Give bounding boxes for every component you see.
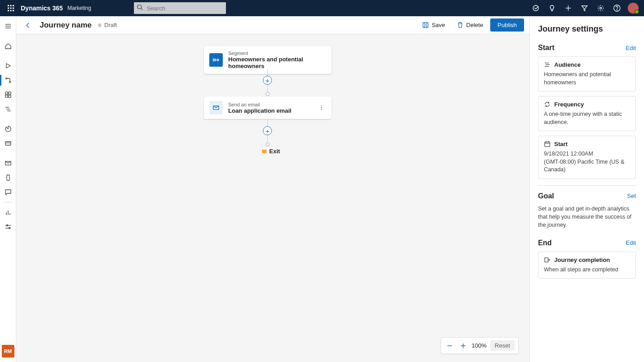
segment-title: Homeowners and potential homeowners [228, 56, 326, 69]
app-subtitle: Marketing [67, 5, 91, 11]
add-step-button[interactable]: + [263, 76, 272, 85]
rail-bars-icon[interactable] [0, 205, 16, 220]
svg-point-21 [5, 78, 7, 79]
completion-card[interactable]: Journey completion When all steps are co… [538, 252, 636, 279]
rail-flow-icon[interactable] [0, 102, 16, 116]
svg-line-10 [141, 9, 143, 10]
end-heading: End [538, 239, 552, 247]
svg-rect-3 [8, 8, 9, 9]
frequency-value: A one-time journey with a static audienc… [544, 110, 630, 126]
svg-point-9 [138, 5, 142, 9]
svg-rect-33 [7, 175, 9, 180]
panel-title: Journey settings [538, 24, 636, 34]
zoom-control: 100% Reset [441, 337, 519, 354]
svg-rect-58 [545, 258, 548, 262]
email-title: Loan application email [228, 107, 291, 114]
journey-canvas[interactable]: Segment Homeowners and potential homeown… [16, 34, 529, 362]
rail-chart-icon[interactable] [0, 122, 16, 136]
email-type: Send an email [228, 102, 291, 107]
completion-label: Journey completion [554, 257, 610, 263]
svg-point-22 [9, 82, 10, 83]
svg-rect-4 [10, 8, 12, 9]
command-bar: Journey name Draft Save Delete Publish [16, 16, 529, 34]
rail-journey-icon[interactable] [0, 73, 16, 87]
publish-button[interactable]: Publish [490, 18, 524, 32]
svg-rect-26 [9, 95, 11, 97]
rail-home-icon[interactable] [0, 39, 16, 53]
email-node[interactable]: Send an email Loan application email [204, 96, 331, 119]
back-button[interactable] [22, 19, 34, 32]
rail-menu-icon[interactable] [0, 19, 16, 33]
svg-point-46 [321, 107, 322, 108]
zoom-in-button[interactable] [458, 341, 468, 351]
rail-app-switcher[interactable]: RM [2, 345, 14, 357]
svg-rect-6 [8, 10, 9, 11]
svg-rect-42 [213, 59, 215, 61]
settings-panel: Journey settings Start Edit Audience Hom… [530, 16, 644, 362]
add-icon[interactable] [561, 0, 575, 16]
zoom-reset-button[interactable]: Reset [490, 340, 515, 351]
add-step-button-2[interactable]: + [263, 126, 272, 135]
completion-value: When all steps are completed [544, 266, 630, 274]
start-value-1: 9/18/2021 12:00AM [544, 150, 630, 158]
filter-icon[interactable] [577, 0, 592, 16]
svg-rect-0 [8, 5, 9, 6]
audience-card[interactable]: Audience Homeowners and potential homeow… [538, 56, 636, 92]
save-button[interactable]: Save [418, 19, 450, 31]
segment-icon [209, 53, 223, 67]
lightbulb-icon[interactable] [545, 0, 559, 16]
svg-rect-2 [13, 5, 14, 6]
app-name: Dynamics 365 [21, 5, 63, 12]
svg-point-15 [600, 7, 602, 9]
rail-device-icon[interactable] [0, 170, 16, 185]
user-avatar[interactable] [628, 3, 639, 14]
svg-point-11 [533, 5, 538, 11]
svg-rect-8 [13, 10, 14, 11]
flag-icon [262, 150, 267, 153]
app-launcher-icon[interactable] [4, 0, 18, 16]
settings-icon[interactable] [593, 0, 608, 16]
rail-play-icon[interactable] [0, 59, 16, 73]
rail-sliders-icon[interactable] [0, 220, 16, 234]
rail-chat-icon[interactable] [0, 185, 16, 199]
top-bar: Dynamics 365 Marketing [0, 0, 644, 16]
frequency-card[interactable]: Frequency A one-time journey with a stat… [538, 96, 636, 131]
goal-set-link[interactable]: Set [627, 192, 636, 199]
audience-value: Homeowners and potential homeowners [544, 71, 630, 87]
search-icon [137, 4, 143, 12]
rail-grid-icon[interactable] [0, 87, 16, 102]
goal-heading: Goal [538, 192, 554, 200]
help-icon[interactable] [610, 0, 624, 16]
rail-card-icon[interactable] [0, 136, 16, 151]
zoom-out-button[interactable] [445, 341, 455, 351]
exit-label: Exit [269, 148, 280, 155]
delete-label: Delete [466, 22, 483, 28]
node-more-icon[interactable] [317, 103, 326, 112]
page-title: Journey name [40, 21, 92, 30]
start-card[interactable]: Start 9/18/2021 12:00AM (GMT-08:00) Paci… [538, 136, 636, 179]
svg-point-45 [321, 105, 322, 106]
search-input[interactable] [134, 2, 226, 14]
start-value-2: (GMT-08:00) Pacific Time (US & Canada) [544, 158, 630, 174]
audience-label: Audience [554, 61, 581, 68]
connector-node-2 [266, 142, 270, 147]
assistant-icon[interactable] [529, 0, 543, 16]
connector-node [266, 92, 270, 96]
svg-point-47 [321, 109, 322, 110]
svg-rect-24 [9, 92, 11, 94]
start-edit-link[interactable]: Edit [626, 45, 636, 51]
svg-rect-41 [423, 23, 428, 27]
delete-button[interactable]: Delete [452, 19, 488, 31]
end-edit-link[interactable]: Edit [626, 239, 636, 246]
svg-rect-25 [5, 95, 8, 97]
svg-rect-1 [10, 5, 12, 6]
rail-mail-icon[interactable] [0, 156, 16, 170]
left-rail: RM [0, 16, 16, 362]
svg-rect-23 [5, 92, 8, 94]
start-heading: Start [538, 44, 554, 52]
svg-rect-54 [545, 142, 550, 147]
svg-rect-30 [5, 142, 11, 145]
segment-type: Segment [228, 50, 326, 56]
save-label: Save [432, 22, 445, 28]
zoom-level: 100% [472, 342, 487, 349]
